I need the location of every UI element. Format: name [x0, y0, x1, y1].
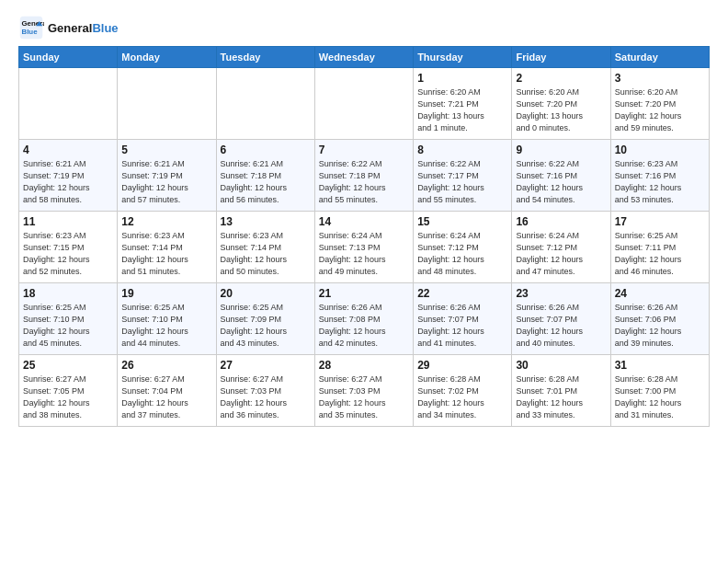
calendar-cell: 5Sunrise: 6:21 AM Sunset: 7:19 PM Daylig… [118, 140, 216, 212]
calendar-cell: 6Sunrise: 6:21 AM Sunset: 7:18 PM Daylig… [216, 140, 314, 212]
calendar-cell: 25Sunrise: 6:27 AM Sunset: 7:05 PM Dayli… [19, 355, 118, 427]
day-number: 20 [221, 287, 311, 300]
day-number: 26 [121, 359, 211, 372]
day-info: Sunrise: 6:21 AM Sunset: 7:18 PM Dayligh… [221, 158, 311, 206]
calendar-cell: 20Sunrise: 6:25 AM Sunset: 7:09 PM Dayli… [216, 283, 314, 355]
day-number: 1 [417, 72, 507, 85]
day-number: 25 [23, 359, 113, 372]
day-header-friday: Friday [512, 47, 610, 68]
calendar-cell: 13Sunrise: 6:23 AM Sunset: 7:14 PM Dayli… [216, 212, 314, 283]
day-number: 23 [516, 287, 606, 300]
day-info: Sunrise: 6:27 AM Sunset: 7:03 PM Dayligh… [319, 373, 409, 421]
day-info: Sunrise: 6:21 AM Sunset: 7:19 PM Dayligh… [121, 158, 211, 206]
day-info: Sunrise: 6:25 AM Sunset: 7:10 PM Dayligh… [23, 302, 113, 350]
svg-text:Blue: Blue [22, 28, 39, 36]
day-number: 18 [23, 287, 113, 300]
day-info: Sunrise: 6:23 AM Sunset: 7:14 PM Dayligh… [121, 230, 211, 278]
day-info: Sunrise: 6:27 AM Sunset: 7:04 PM Dayligh… [121, 373, 211, 421]
day-info: Sunrise: 6:20 AM Sunset: 7:20 PM Dayligh… [516, 86, 606, 134]
day-info: Sunrise: 6:25 AM Sunset: 7:09 PM Dayligh… [221, 302, 311, 350]
day-number: 2 [516, 72, 606, 85]
day-number: 15 [417, 215, 507, 228]
calendar-cell: 23Sunrise: 6:26 AM Sunset: 7:07 PM Dayli… [512, 283, 610, 355]
day-info: Sunrise: 6:24 AM Sunset: 7:13 PM Dayligh… [319, 230, 409, 278]
day-info: Sunrise: 6:28 AM Sunset: 7:02 PM Dayligh… [417, 373, 507, 421]
day-info: Sunrise: 6:20 AM Sunset: 7:21 PM Dayligh… [417, 86, 507, 134]
calendar-cell: 31Sunrise: 6:28 AM Sunset: 7:00 PM Dayli… [610, 355, 709, 427]
calendar-cell: 16Sunrise: 6:24 AM Sunset: 7:12 PM Dayli… [512, 212, 610, 283]
calendar-cell: 30Sunrise: 6:28 AM Sunset: 7:01 PM Dayli… [512, 355, 610, 427]
week-row-2: 4Sunrise: 6:21 AM Sunset: 7:19 PM Daylig… [19, 140, 710, 212]
day-number: 8 [417, 144, 507, 156]
day-number: 19 [121, 287, 211, 300]
day-header-thursday: Thursday [414, 47, 512, 68]
day-number: 16 [516, 215, 606, 228]
day-header-saturday: Saturday [610, 47, 709, 68]
header-row: SundayMondayTuesdayWednesdayThursdayFrid… [19, 47, 710, 68]
calendar-cell: 7Sunrise: 6:22 AM Sunset: 7:18 PM Daylig… [314, 140, 413, 212]
day-info: Sunrise: 6:26 AM Sunset: 7:07 PM Dayligh… [516, 302, 606, 350]
day-info: Sunrise: 6:23 AM Sunset: 7:16 PM Dayligh… [615, 158, 705, 206]
calendar-cell: 9Sunrise: 6:22 AM Sunset: 7:16 PM Daylig… [512, 140, 610, 212]
calendar-cell [118, 68, 216, 140]
day-info: Sunrise: 6:25 AM Sunset: 7:10 PM Dayligh… [121, 302, 211, 350]
day-header-tuesday: Tuesday [216, 47, 314, 68]
day-info: Sunrise: 6:27 AM Sunset: 7:03 PM Dayligh… [221, 373, 311, 421]
day-number: 31 [615, 359, 705, 372]
day-info: Sunrise: 6:28 AM Sunset: 7:01 PM Dayligh… [516, 373, 606, 421]
day-info: Sunrise: 6:24 AM Sunset: 7:12 PM Dayligh… [516, 230, 606, 278]
calendar-cell: 11Sunrise: 6:23 AM Sunset: 7:15 PM Dayli… [19, 212, 118, 283]
day-info: Sunrise: 6:22 AM Sunset: 7:17 PM Dayligh… [417, 158, 507, 206]
week-row-5: 25Sunrise: 6:27 AM Sunset: 7:05 PM Dayli… [19, 355, 710, 427]
calendar-cell: 26Sunrise: 6:27 AM Sunset: 7:04 PM Dayli… [118, 355, 216, 427]
calendar-cell [314, 68, 413, 140]
week-row-1: 1Sunrise: 6:20 AM Sunset: 7:21 PM Daylig… [19, 68, 710, 140]
day-info: Sunrise: 6:22 AM Sunset: 7:18 PM Dayligh… [319, 158, 409, 206]
day-info: Sunrise: 6:26 AM Sunset: 7:08 PM Dayligh… [319, 302, 409, 350]
calendar-cell: 4Sunrise: 6:21 AM Sunset: 7:19 PM Daylig… [19, 140, 118, 212]
day-number: 4 [23, 144, 113, 156]
logo-icon: General Blue [18, 15, 44, 40]
day-header-wednesday: Wednesday [314, 47, 413, 68]
day-number: 28 [319, 359, 409, 372]
day-number: 5 [121, 144, 211, 156]
day-number: 13 [221, 215, 311, 228]
calendar-cell: 24Sunrise: 6:26 AM Sunset: 7:06 PM Dayli… [610, 283, 709, 355]
calendar-cell: 27Sunrise: 6:27 AM Sunset: 7:03 PM Dayli… [216, 355, 314, 427]
day-number: 29 [417, 359, 507, 372]
day-number: 14 [319, 215, 409, 228]
week-row-4: 18Sunrise: 6:25 AM Sunset: 7:10 PM Dayli… [19, 283, 710, 355]
calendar-cell: 1Sunrise: 6:20 AM Sunset: 7:21 PM Daylig… [414, 68, 512, 140]
day-info: Sunrise: 6:28 AM Sunset: 7:00 PM Dayligh… [615, 373, 705, 421]
day-info: Sunrise: 6:27 AM Sunset: 7:05 PM Dayligh… [23, 373, 113, 421]
calendar-cell: 18Sunrise: 6:25 AM Sunset: 7:10 PM Dayli… [19, 283, 118, 355]
calendar-cell: 19Sunrise: 6:25 AM Sunset: 7:10 PM Dayli… [118, 283, 216, 355]
day-number: 22 [417, 287, 507, 300]
logo: General Blue GeneralBlue [18, 15, 119, 40]
calendar-cell: 8Sunrise: 6:22 AM Sunset: 7:17 PM Daylig… [414, 140, 512, 212]
day-info: Sunrise: 6:23 AM Sunset: 7:14 PM Dayligh… [221, 230, 311, 278]
day-number: 17 [615, 215, 705, 228]
calendar-cell: 3Sunrise: 6:20 AM Sunset: 7:20 PM Daylig… [610, 68, 709, 140]
calendar-cell: 12Sunrise: 6:23 AM Sunset: 7:14 PM Dayli… [118, 212, 216, 283]
day-number: 10 [615, 144, 705, 156]
calendar-cell [19, 68, 118, 140]
day-info: Sunrise: 6:25 AM Sunset: 7:11 PM Dayligh… [615, 230, 705, 278]
calendar-cell: 10Sunrise: 6:23 AM Sunset: 7:16 PM Dayli… [610, 140, 709, 212]
calendar-table: SundayMondayTuesdayWednesdayThursdayFrid… [18, 46, 710, 427]
logo-text: GeneralBlue [48, 21, 119, 35]
day-info: Sunrise: 6:26 AM Sunset: 7:06 PM Dayligh… [615, 302, 705, 350]
day-number: 3 [615, 72, 705, 85]
day-number: 11 [23, 215, 113, 228]
day-header-monday: Monday [118, 47, 216, 68]
day-info: Sunrise: 6:20 AM Sunset: 7:20 PM Dayligh… [615, 86, 705, 134]
day-info: Sunrise: 6:23 AM Sunset: 7:15 PM Dayligh… [23, 230, 113, 278]
calendar-cell: 17Sunrise: 6:25 AM Sunset: 7:11 PM Dayli… [610, 212, 709, 283]
day-number: 7 [319, 144, 409, 156]
calendar-cell [216, 68, 314, 140]
calendar-cell: 2Sunrise: 6:20 AM Sunset: 7:20 PM Daylig… [512, 68, 610, 140]
day-info: Sunrise: 6:24 AM Sunset: 7:12 PM Dayligh… [417, 230, 507, 278]
calendar-cell: 29Sunrise: 6:28 AM Sunset: 7:02 PM Dayli… [414, 355, 512, 427]
calendar-cell: 28Sunrise: 6:27 AM Sunset: 7:03 PM Dayli… [314, 355, 413, 427]
day-info: Sunrise: 6:21 AM Sunset: 7:19 PM Dayligh… [23, 158, 113, 206]
